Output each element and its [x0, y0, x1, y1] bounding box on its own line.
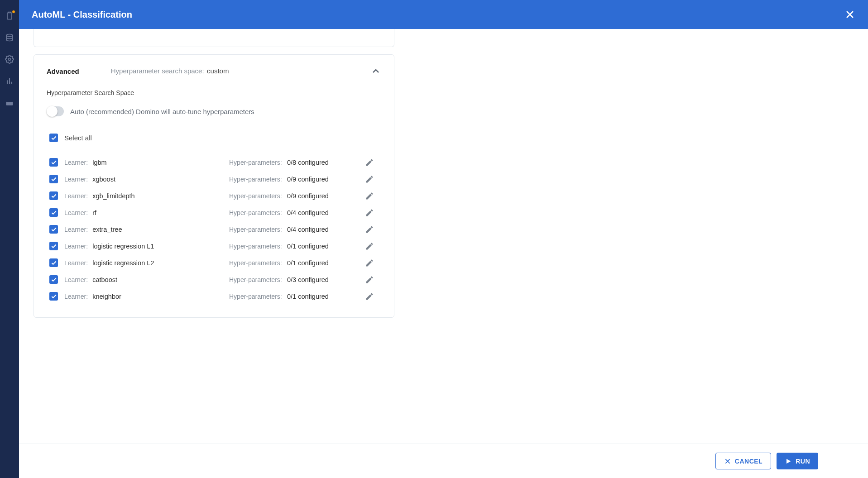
learner-checkbox[interactable] — [49, 208, 58, 217]
advanced-label: Advanced — [47, 67, 79, 75]
sidebar-database-icon[interactable] — [5, 33, 14, 42]
edit-icon[interactable] — [365, 275, 374, 284]
edit-icon[interactable] — [365, 191, 374, 201]
cancel-label: CANCEL — [735, 458, 762, 465]
learner-key: Learner: — [64, 176, 88, 183]
hp-key: Hyper-parameters: — [229, 209, 287, 216]
learner-row: Learner:rfHyper-parameters:0/4 configure… — [49, 204, 381, 221]
learner-key: Learner: — [64, 209, 88, 216]
learner-checkbox[interactable] — [49, 258, 58, 267]
learner-checkbox[interactable] — [49, 191, 58, 200]
footer: CANCEL RUN — [19, 444, 868, 478]
hp-key: Hyper-parameters: — [229, 276, 287, 283]
learner-name: logistic regression L1 — [92, 243, 154, 250]
toggle-knob — [47, 106, 58, 117]
svg-rect-7 — [6, 100, 13, 102]
edit-icon[interactable] — [365, 292, 374, 301]
hp-value: 0/3 configured — [287, 276, 365, 283]
select-all-checkbox[interactable] — [49, 134, 58, 142]
learner-row: Learner:logistic regression L2Hyper-para… — [49, 254, 381, 271]
select-all-label: Select all — [64, 134, 92, 142]
learner-key: Learner: — [64, 226, 88, 233]
learner-checkbox[interactable] — [49, 292, 58, 301]
advanced-card: Advanced Hyperparameter search space: cu… — [34, 54, 394, 318]
play-icon — [785, 458, 792, 465]
auto-toggle-label: Auto (recommended) Domino will auto-tune… — [70, 108, 254, 115]
sidebar-card-icon[interactable] — [5, 98, 14, 107]
run-button[interactable]: RUN — [777, 453, 818, 469]
learner-checkbox[interactable] — [49, 225, 58, 234]
learner-checkbox[interactable] — [49, 242, 58, 250]
hps-value: custom — [207, 67, 229, 75]
learner-key: Learner: — [64, 159, 88, 166]
learner-key: Learner: — [64, 259, 88, 267]
svg-point-1 — [6, 34, 12, 37]
header: AutoML - Classification — [19, 0, 868, 29]
edit-icon[interactable] — [365, 225, 374, 234]
learner-name: kneighbor — [92, 293, 121, 300]
learner-checkbox[interactable] — [49, 175, 58, 183]
close-button[interactable] — [844, 9, 855, 20]
hp-key: Hyper-parameters: — [229, 243, 287, 250]
auto-toggle-row: Auto (recommended) Domino will auto-tune… — [47, 106, 381, 116]
learner-key: Learner: — [64, 293, 88, 300]
hp-value: 0/1 configured — [287, 243, 365, 250]
learner-key: Learner: — [64, 243, 88, 250]
svg-marker-12 — [786, 459, 791, 464]
learner-row: Learner:kneighborHyper-parameters:0/1 co… — [49, 288, 381, 305]
hp-value: 0/1 configured — [287, 293, 365, 300]
auto-toggle[interactable] — [47, 106, 64, 116]
previous-card-bottom — [34, 29, 394, 47]
sidebar — [0, 0, 19, 478]
learner-row: Learner:catboostHyper-parameters:0/3 con… — [49, 271, 381, 288]
learner-row: Learner:lgbmHyper-parameters:0/8 configu… — [49, 154, 381, 171]
learner-row: Learner:logistic regression L1Hyper-para… — [49, 238, 381, 254]
learner-row: Learner:xgb_limitdepthHyper-parameters:0… — [49, 187, 381, 204]
hp-key: Hyper-parameters: — [229, 293, 287, 300]
learner-row: Learner:xgboostHyper-parameters:0/9 conf… — [49, 171, 381, 187]
hps-label: Hyperparameter search space: — [111, 67, 204, 75]
learners-list: Learner:lgbmHyper-parameters:0/8 configu… — [47, 154, 381, 305]
hp-key: Hyper-parameters: — [229, 226, 287, 233]
learner-name: logistic regression L2 — [92, 259, 154, 267]
hp-key: Hyper-parameters: — [229, 192, 287, 200]
hp-value: 0/1 configured — [287, 259, 365, 267]
advanced-header[interactable]: Advanced Hyperparameter search space: cu… — [47, 66, 381, 76]
chevron-up-icon[interactable] — [370, 66, 381, 76]
learner-name: xgb_limitdepth — [92, 192, 135, 200]
close-icon — [724, 458, 731, 465]
sidebar-gear-icon[interactable] — [5, 55, 14, 64]
learner-name: xgboost — [92, 176, 115, 183]
header-title: AutoML - Classification — [32, 10, 132, 20]
edit-icon[interactable] — [365, 175, 374, 184]
edit-icon[interactable] — [365, 242, 374, 251]
svg-point-2 — [9, 58, 11, 61]
hp-key: Hyper-parameters: — [229, 159, 287, 166]
main-content: Advanced Hyperparameter search space: cu… — [19, 29, 868, 444]
edit-icon[interactable] — [365, 258, 374, 268]
hp-value: 0/4 configured — [287, 226, 365, 233]
hp-value: 0/4 configured — [287, 209, 365, 216]
hp-key: Hyper-parameters: — [229, 259, 287, 267]
svg-rect-0 — [7, 13, 12, 19]
edit-icon[interactable] — [365, 158, 374, 167]
hp-value: 0/9 configured — [287, 176, 365, 183]
edit-icon[interactable] — [365, 208, 374, 217]
learner-key: Learner: — [64, 276, 88, 283]
learner-name: catboost — [92, 276, 117, 283]
learner-row: Learner:extra_treeHyper-parameters:0/4 c… — [49, 221, 381, 238]
hp-value: 0/9 configured — [287, 192, 365, 200]
hps-sublabel: Hyperparameter Search Space — [47, 89, 381, 96]
learner-checkbox[interactable] — [49, 158, 58, 167]
learner-name: extra_tree — [92, 226, 122, 233]
sidebar-chart-icon[interactable] — [5, 76, 14, 86]
cancel-button[interactable]: CANCEL — [715, 453, 771, 469]
learner-key: Learner: — [64, 192, 88, 200]
learner-checkbox[interactable] — [49, 275, 58, 284]
learner-name: lgbm — [92, 159, 106, 166]
hp-value: 0/8 configured — [287, 159, 365, 166]
hp-key: Hyper-parameters: — [229, 176, 287, 183]
notification-dot — [12, 10, 15, 14]
learner-name: rf — [92, 209, 96, 216]
sidebar-clipboard-icon[interactable] — [5, 11, 14, 20]
